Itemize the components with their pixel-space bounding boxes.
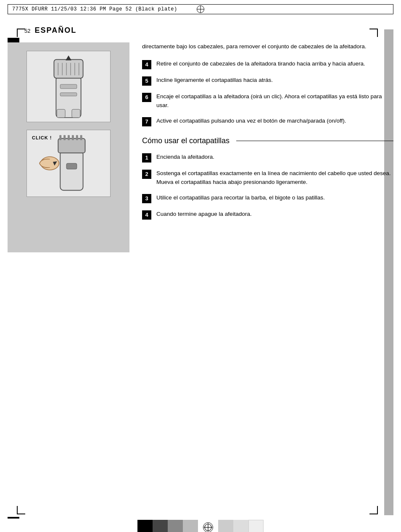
svg-rect-14 xyxy=(59,135,61,140)
right-instruction-column: directamente bajo los cabezales, para re… xyxy=(129,42,393,252)
section2-heading-row: Cómo usar el cortapatillas xyxy=(142,136,393,145)
print-header-text: 7775X DFURR 11/25/03 12:36 PM Page 52 (B… xyxy=(12,6,177,12)
svg-rect-18 xyxy=(76,135,78,140)
section2-heading: Cómo usar el cortapatillas xyxy=(142,136,230,145)
page-title-row: 52 ESPAÑOL xyxy=(24,26,393,35)
step2-text-1: Encienda la afeitadora. xyxy=(156,153,393,162)
step-num-5: 5 xyxy=(142,76,151,86)
color-swatch-lightest-gray xyxy=(218,520,233,532)
step2-text-2: Sostenga el cortapatillas exactamente en… xyxy=(156,169,393,187)
step-text-7: Active el cortapatillas pulsando una vez… xyxy=(156,117,393,126)
step2-num-1: 1 xyxy=(142,153,151,162)
svg-rect-10 xyxy=(57,109,65,118)
shaver-illustration-svg xyxy=(27,51,110,122)
click-label: CLICK ! xyxy=(32,135,52,140)
step2-item-2: 2 Sostenga el cortapatillas exactamente … xyxy=(142,169,393,187)
left-illustration-column: CLICK ! xyxy=(8,42,129,252)
svg-rect-17 xyxy=(72,135,74,140)
step-item-4: 4 Retire el conjunto de cabezales de la … xyxy=(142,60,393,69)
step2-text-3: Utilice el cortapatillas para recortar l… xyxy=(156,194,393,202)
svg-rect-21 xyxy=(66,163,77,169)
step-text-4: Retire el conjunto de cabezales de la af… xyxy=(156,60,393,68)
corner-mark-br xyxy=(369,506,378,514)
page-number: 52 xyxy=(24,28,30,34)
svg-rect-9 xyxy=(60,93,77,96)
step-item-7: 7 Active el cortapatillas pulsando una v… xyxy=(142,117,393,126)
section-rule xyxy=(236,141,393,141)
color-swatch-near-white xyxy=(248,520,264,532)
step-text-5: Incline ligeramente el cortapatillas hac… xyxy=(156,76,393,85)
bottom-color-squares xyxy=(137,520,264,532)
intro-text: directamente bajo los cabezales, para re… xyxy=(142,42,393,51)
step2-text-4: Cuando termine apague la afeitadora. xyxy=(156,210,393,219)
step2-num-4: 4 xyxy=(142,210,151,220)
color-swatch-medium-gray xyxy=(168,520,183,532)
step2-num-3: 3 xyxy=(142,194,151,203)
step-text-6: Encaje el cortapatillas a la afeitadora … xyxy=(156,92,393,110)
bottom-registration-mark xyxy=(203,522,213,532)
illustration-click: CLICK ! xyxy=(26,130,111,197)
page-title: ESPAÑOL xyxy=(34,26,77,35)
steps-group-1: 4 Retire el conjunto de cabezales de la … xyxy=(142,60,393,126)
steps-group-2: 1 Encienda la afeitadora. 2 Sostenga el … xyxy=(142,153,393,220)
svg-rect-16 xyxy=(68,135,70,140)
svg-rect-8 xyxy=(60,84,77,89)
step-num-7: 7 xyxy=(142,117,151,126)
svg-rect-15 xyxy=(63,135,66,140)
step2-item-4: 4 Cuando termine apague la afeitadora. xyxy=(142,210,393,220)
step2-item-3: 3 Utilice el cortapatillas para recortar… xyxy=(142,194,393,203)
arrow-right-illus2 xyxy=(110,157,111,169)
print-header: 7775X DFURR 11/25/03 12:36 PM Page 52 (B… xyxy=(8,4,393,14)
step-num-6: 6 xyxy=(142,93,151,102)
svg-rect-11 xyxy=(72,109,80,118)
svg-rect-13 xyxy=(58,139,85,153)
svg-rect-19 xyxy=(80,135,82,140)
main-content: 52 ESPAÑOL xyxy=(8,26,393,252)
illustration-shaver-top xyxy=(26,51,111,122)
step2-item-1: 1 Encienda la afeitadora. xyxy=(142,153,393,162)
step2-num-2: 2 xyxy=(142,170,151,179)
page-wrapper: 7775X DFURR 11/25/03 12:36 PM Page 52 (B… xyxy=(0,4,401,532)
color-swatch-very-light-gray xyxy=(233,520,248,532)
arrow-right-illus1 xyxy=(110,81,111,92)
color-swatch-black xyxy=(137,520,153,532)
color-swatch-light-gray xyxy=(183,520,198,532)
svg-rect-12 xyxy=(60,151,83,190)
bottom-bar xyxy=(0,519,401,532)
corner-mark-bl xyxy=(17,506,25,514)
step-item-6: 6 Encaje el cortapatillas a la afeitador… xyxy=(142,92,393,110)
step-num-4: 4 xyxy=(142,60,151,69)
color-swatch-dark-gray xyxy=(153,520,168,532)
step-item-5: 5 Incline ligeramente el cortapatillas h… xyxy=(142,76,393,86)
two-column-layout: CLICK ! xyxy=(8,42,393,252)
registration-mark xyxy=(197,5,204,13)
